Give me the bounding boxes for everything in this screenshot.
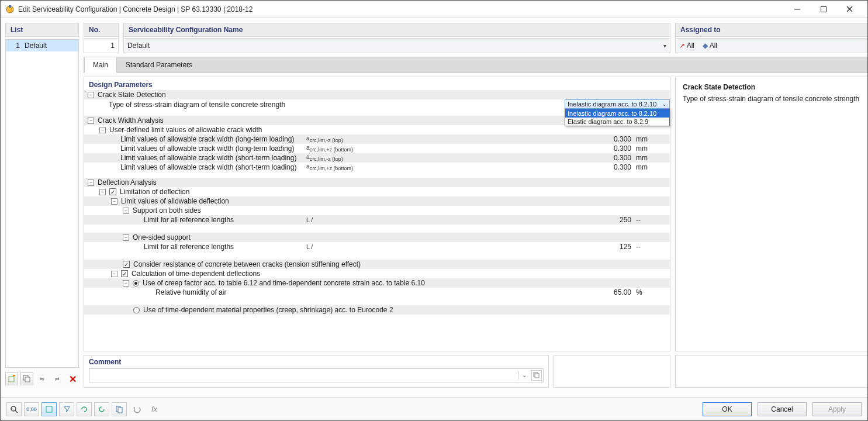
ec2-label: Use of time-dependent material propertie… (143, 306, 393, 314)
limit-unit: mm (634, 154, 670, 162)
dropdown-list[interactable]: Inelastic diagram acc. to 8.2.10 Elastic… (565, 109, 670, 126)
limit-unit: mm (634, 144, 670, 153)
limit-value[interactable]: 0.300 (593, 163, 634, 171)
limit-label: Limit values of allowable crack width (l… (120, 144, 294, 153)
collapse-icon[interactable]: − (88, 180, 94, 186)
svg-rect-10 (25, 377, 30, 382)
limit-label: Limit values of allowable crack width (l… (120, 135, 294, 143)
calc-td-checkbox[interactable]: ✓ (121, 270, 128, 277)
assigned-all-surfaces: ◆ All (703, 42, 717, 50)
rh-value[interactable]: 65.00 (593, 288, 634, 296)
collapse-icon[interactable]: − (88, 92, 94, 98)
limit-one-symbol: L / (306, 243, 487, 250)
link-a-button[interactable]: ⇆ (36, 372, 49, 385)
svg-rect-6 (9, 377, 14, 382)
collapse-icon[interactable]: − (111, 271, 117, 277)
ok-button[interactable]: OK (703, 402, 752, 416)
apply-button[interactable]: Apply (812, 402, 862, 416)
limit-both-value[interactable]: 250 (593, 216, 634, 224)
limit-value[interactable]: 0.300 (593, 154, 634, 162)
tension-stiff-label: Consider resistance of concrete between … (133, 260, 361, 268)
stress-strain-dropdown[interactable]: Inelastic diagram acc. to 8.2.10⌄ Inelas… (565, 99, 670, 109)
limit-symbol: acrc,lim,-z (top) (306, 134, 487, 143)
limit-one-unit: -- (634, 243, 670, 251)
collapse-icon[interactable]: − (111, 198, 117, 205)
list-item-index: 1 (7, 42, 25, 50)
delete-item-button[interactable]: ✕ (66, 372, 79, 385)
name-input[interactable]: Default ▾ (123, 38, 670, 53)
tabs: Main Standard Parameters (84, 57, 868, 73)
chevron-down-icon[interactable]: ▾ (663, 43, 666, 49)
limit-values-label: Limit values of allowable deflection (121, 197, 229, 205)
link-b-button[interactable]: ⇄ (51, 372, 64, 385)
chevron-down-icon[interactable]: ⌄ (518, 371, 530, 379)
limit-unit: mm (634, 135, 670, 143)
assigned-field[interactable]: ↗ All ◆ All (675, 38, 868, 53)
comment-copy-icon[interactable] (531, 370, 542, 381)
limitation-checkbox[interactable]: ✓ (109, 188, 116, 195)
deflection-title: Deflection Analysis (98, 178, 157, 187)
collapse-icon[interactable]: − (123, 208, 129, 214)
tool-undo[interactable] (129, 402, 144, 416)
tool-units[interactable]: 0,00 (24, 402, 39, 416)
tool-refresh-b[interactable] (94, 402, 109, 416)
config-list[interactable]: 1 Default (5, 39, 79, 368)
collapse-icon[interactable]: − (123, 234, 129, 241)
tab-standard-parameters[interactable]: Standard Parameters (117, 57, 201, 73)
list-item[interactable]: 1 Default (6, 40, 78, 51)
rh-unit: % (634, 288, 670, 296)
svg-rect-1 (9, 5, 11, 8)
creep-label: Use of creep factor acc. to table 6.12 a… (143, 279, 425, 287)
limit-label: Limit values of allowable crack width (s… (120, 163, 296, 171)
stress-strain-type-label: Type of stress-strain diagram of tensile… (109, 101, 285, 109)
svg-point-13 (11, 406, 16, 411)
userdef-limits-label: User-defined limit values of allowable c… (109, 126, 262, 134)
tool-refresh-a[interactable] (77, 402, 92, 416)
svg-rect-3 (821, 6, 826, 12)
collapse-icon[interactable]: − (99, 127, 106, 133)
no-input[interactable]: 1 (84, 38, 119, 53)
copy-item-button[interactable] (20, 372, 33, 385)
limit-one-value[interactable]: 125 (593, 243, 634, 251)
assigned-all-members: ↗ All (679, 42, 694, 50)
tool-view[interactable] (42, 402, 57, 416)
dropdown-option[interactable]: Inelastic diagram acc. to 8.2.10 (565, 109, 669, 118)
tension-stiff-checkbox[interactable]: ✓ (123, 261, 130, 268)
svg-rect-15 (46, 406, 52, 412)
svg-rect-12 (535, 374, 539, 378)
list-header: List (5, 23, 79, 37)
design-parameters-header: Design Parameters (84, 77, 670, 90)
limit-value[interactable]: 0.300 (593, 144, 634, 153)
close-button[interactable] (836, 1, 863, 18)
minimize-button[interactable] (784, 1, 810, 18)
info-text: Type of stress-strain diagram of tensile… (683, 95, 868, 103)
comment-input[interactable]: ⌄ (89, 368, 544, 382)
chevron-down-icon: ⌄ (662, 101, 667, 107)
ec2-radio[interactable] (133, 307, 140, 313)
collapse-icon[interactable]: − (123, 280, 129, 287)
limitation-label: Limitation of deflection (120, 188, 189, 196)
svg-line-14 (15, 410, 18, 413)
maximize-button[interactable] (810, 1, 836, 18)
limit-both-unit: -- (634, 216, 670, 224)
collapse-icon[interactable]: − (99, 189, 106, 195)
no-label: No. (84, 23, 119, 37)
name-label: Serviceability Configuration Name (123, 23, 670, 37)
info-panel: Crack State Detection Type of stress-str… (675, 77, 868, 351)
support-both-label: Support on both sides (133, 206, 201, 215)
new-item-button[interactable] (5, 372, 18, 385)
crack-state-title: Crack State Detection (98, 91, 166, 99)
dropdown-option[interactable]: Elastic diagram acc. to 8.2.9 (565, 118, 669, 126)
tool-search[interactable] (6, 402, 22, 416)
cancel-button[interactable]: Cancel (758, 402, 807, 416)
tool-fx[interactable]: fx (147, 402, 162, 416)
tool-copy[interactable] (112, 402, 127, 416)
collapse-icon[interactable]: − (88, 118, 94, 124)
tool-filter[interactable] (59, 402, 74, 416)
creep-radio[interactable] (133, 280, 139, 287)
tab-main[interactable]: Main (84, 57, 117, 73)
aux-panel-1 (554, 355, 670, 388)
limit-value[interactable]: 0.300 (593, 135, 634, 143)
info-title: Crack State Detection (683, 83, 868, 91)
assigned-label: Assigned to (675, 23, 868, 37)
